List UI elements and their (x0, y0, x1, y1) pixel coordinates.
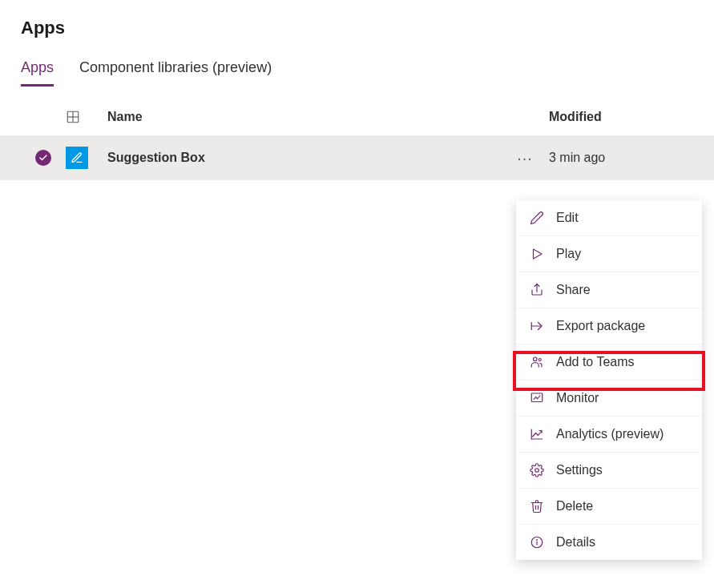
menu-details-label: Details (556, 535, 595, 550)
menu-details[interactable]: Details (516, 524, 702, 560)
svg-point-17 (537, 540, 538, 541)
menu-monitor[interactable]: Monitor (516, 380, 702, 416)
edit-icon (529, 210, 545, 226)
column-header-modified[interactable]: Modified (549, 110, 693, 124)
export-icon (529, 318, 545, 334)
row-app-name[interactable]: Suggestion Box (98, 151, 501, 165)
share-icon (529, 282, 545, 298)
page-title: Apps (0, 0, 714, 53)
svg-point-12 (535, 469, 539, 473)
monitor-icon (529, 390, 545, 406)
teams-icon (529, 354, 545, 370)
table-header: Name Modified (0, 87, 714, 135)
menu-edit-label: Edit (556, 211, 579, 225)
menu-export-label: Export package (556, 319, 645, 333)
menu-delete[interactable]: Delete (516, 488, 702, 524)
delete-icon (529, 498, 545, 514)
more-actions-icon[interactable]: ··· (517, 150, 533, 166)
svg-point-7 (534, 357, 538, 361)
select-checkmark-icon[interactable] (35, 150, 51, 166)
svg-point-8 (539, 359, 541, 361)
table-row[interactable]: Suggestion Box ··· 3 min ago (0, 135, 714, 180)
column-header-name[interactable]: Name (98, 110, 501, 124)
play-icon (529, 246, 545, 262)
svg-marker-3 (534, 249, 543, 259)
menu-export[interactable]: Export package (516, 308, 702, 344)
menu-settings-label: Settings (556, 463, 603, 477)
app-type-icon (66, 147, 88, 169)
menu-share-label: Share (556, 283, 591, 297)
tab-apps[interactable]: Apps (21, 53, 54, 87)
details-icon (529, 534, 545, 550)
menu-play-label: Play (556, 247, 581, 261)
menu-monitor-label: Monitor (556, 391, 599, 405)
context-menu: Edit Play Share Export package (516, 200, 702, 560)
menu-play[interactable]: Play (516, 236, 702, 272)
menu-share[interactable]: Share (516, 272, 702, 308)
menu-settings[interactable]: Settings (516, 452, 702, 488)
tabs-bar: Apps Component libraries (preview) (0, 53, 714, 87)
menu-add-to-teams[interactable]: Add to Teams (516, 344, 702, 380)
menu-analytics-label: Analytics (preview) (556, 427, 664, 441)
settings-icon (529, 462, 545, 478)
row-modified: 3 min ago (549, 151, 693, 165)
menu-add-to-teams-label: Add to Teams (556, 355, 635, 369)
menu-delete-label: Delete (556, 499, 593, 513)
menu-edit[interactable]: Edit (516, 200, 702, 236)
tab-component-libraries[interactable]: Component libraries (preview) (79, 53, 272, 87)
apps-column-icon (66, 110, 98, 124)
menu-analytics[interactable]: Analytics (preview) (516, 416, 702, 452)
analytics-icon (529, 426, 545, 442)
